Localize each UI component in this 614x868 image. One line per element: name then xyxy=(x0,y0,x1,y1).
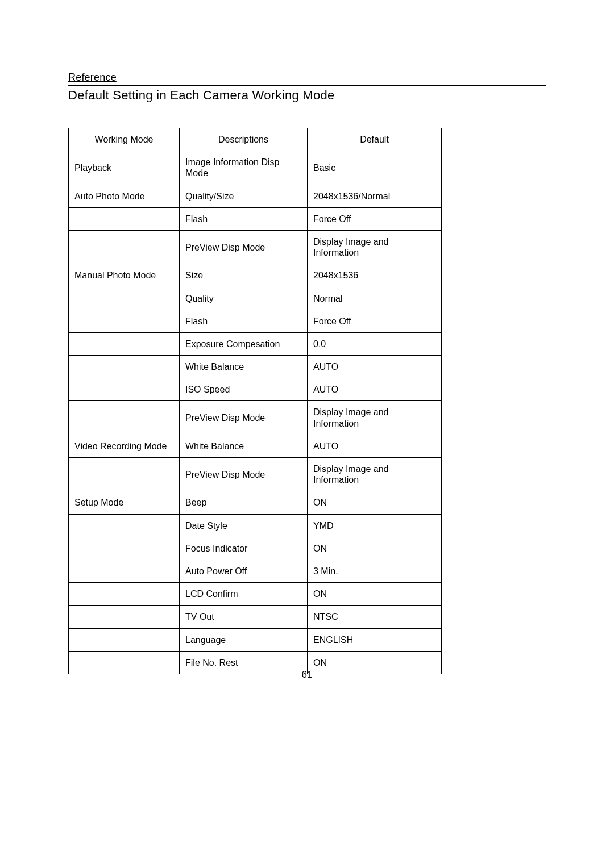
table-row: Exposure Compesation0.0 xyxy=(69,332,442,355)
cell-description: Auto Power Off xyxy=(180,560,308,582)
table-row: LanguageENGLISH xyxy=(69,628,442,651)
table-row: FlashForce Off xyxy=(69,207,442,230)
table-row: TV OutNTSC xyxy=(69,606,442,628)
cell-default: Display Image and Information xyxy=(308,230,442,264)
header-default: Default xyxy=(308,128,442,151)
table-row: Video Recording ModeWhite BalanceAUTO xyxy=(69,435,442,457)
table-row: White BalanceAUTO xyxy=(69,356,442,378)
table-row: Focus IndicatorON xyxy=(69,537,442,560)
cell-working-mode xyxy=(69,583,180,606)
table-row: Manual Photo ModeSize2048x1536 xyxy=(69,264,442,287)
table-row: PreView Disp ModeDisplay Image and Infor… xyxy=(69,230,442,264)
table-row: Auto Photo ModeQuality/Size2048x1536/Nor… xyxy=(69,185,442,207)
cell-description: Beep xyxy=(180,491,308,514)
page-title: Default Setting in Each Camera Working M… xyxy=(68,88,546,103)
cell-default: AUTO xyxy=(308,435,442,457)
header-descriptions: Descriptions xyxy=(180,128,308,151)
section-label: Reference xyxy=(68,72,546,84)
cell-description: PreView Disp Mode xyxy=(180,401,308,435)
cell-description: Language xyxy=(180,628,308,651)
cell-description: Date Style xyxy=(180,514,308,537)
cell-description: Image Information Disp Mode xyxy=(180,151,308,185)
cell-description: Quality/Size xyxy=(180,185,308,207)
cell-description: PreView Disp Mode xyxy=(180,230,308,264)
cell-working-mode xyxy=(69,628,180,651)
cell-description: Size xyxy=(180,264,308,287)
cell-working-mode xyxy=(69,287,180,310)
table-row: PreView Disp ModeDisplay Image and Infor… xyxy=(69,458,442,491)
table-row: PlaybackImage Information Disp ModeBasic xyxy=(69,151,442,185)
cell-description: Flash xyxy=(180,207,308,230)
cell-working-mode xyxy=(69,537,180,560)
cell-working-mode xyxy=(69,310,180,332)
cell-description: Exposure Compesation xyxy=(180,332,308,355)
cell-working-mode xyxy=(69,458,180,491)
settings-table: Working Mode Descriptions Default Playba… xyxy=(68,128,442,674)
cell-default: 3 Min. xyxy=(308,560,442,582)
cell-description: White Balance xyxy=(180,356,308,378)
page-number: 61 xyxy=(0,669,614,681)
cell-default: YMD xyxy=(308,514,442,537)
cell-default: AUTO xyxy=(308,378,442,401)
table-row: LCD ConfirmON xyxy=(69,583,442,606)
cell-default: 0.0 xyxy=(308,332,442,355)
cell-default: ENGLISH xyxy=(308,628,442,651)
cell-working-mode: Playback xyxy=(69,151,180,185)
cell-working-mode xyxy=(69,606,180,628)
cell-working-mode xyxy=(69,207,180,230)
cell-description: TV Out xyxy=(180,606,308,628)
cell-working-mode: Auto Photo Mode xyxy=(69,185,180,207)
cell-description: ISO Speed xyxy=(180,378,308,401)
cell-description: Focus Indicator xyxy=(180,537,308,560)
cell-default: Display Image and Information xyxy=(308,401,442,435)
table-row: PreView Disp ModeDisplay Image and Infor… xyxy=(69,401,442,435)
cell-working-mode xyxy=(69,230,180,264)
table-row: Date StyleYMD xyxy=(69,514,442,537)
cell-description: PreView Disp Mode xyxy=(180,458,308,491)
table-row: Setup ModeBeepON xyxy=(69,491,442,514)
cell-default: Display Image and Information xyxy=(308,458,442,491)
table-row: FlashForce Off xyxy=(69,310,442,332)
cell-working-mode: Video Recording Mode xyxy=(69,435,180,457)
cell-default: 2048x1536 xyxy=(308,264,442,287)
cell-working-mode xyxy=(69,560,180,582)
cell-default: ON xyxy=(308,537,442,560)
cell-working-mode: Manual Photo Mode xyxy=(69,264,180,287)
cell-default: Force Off xyxy=(308,207,442,230)
table-header-row: Working Mode Descriptions Default xyxy=(69,128,442,151)
cell-default: AUTO xyxy=(308,356,442,378)
cell-working-mode xyxy=(69,378,180,401)
cell-description: LCD Confirm xyxy=(180,583,308,606)
cell-description: White Balance xyxy=(180,435,308,457)
cell-working-mode xyxy=(69,356,180,378)
table-row: ISO SpeedAUTO xyxy=(69,378,442,401)
cell-default: Basic xyxy=(308,151,442,185)
cell-working-mode xyxy=(69,332,180,355)
horizontal-rule xyxy=(68,85,546,86)
cell-working-mode xyxy=(69,514,180,537)
cell-description: Quality xyxy=(180,287,308,310)
table-row: Auto Power Off3 Min. xyxy=(69,560,442,582)
cell-default: Force Off xyxy=(308,310,442,332)
cell-default: 2048x1536/Normal xyxy=(308,185,442,207)
page: Reference Default Setting in Each Camera… xyxy=(0,0,614,868)
cell-default: NTSC xyxy=(308,606,442,628)
cell-default: ON xyxy=(308,583,442,606)
cell-description: Flash xyxy=(180,310,308,332)
cell-default: ON xyxy=(308,491,442,514)
cell-working-mode xyxy=(69,401,180,435)
cell-working-mode: Setup Mode xyxy=(69,491,180,514)
table-row: QualityNormal xyxy=(69,287,442,310)
header-working-mode: Working Mode xyxy=(69,128,180,151)
cell-default: Normal xyxy=(308,287,442,310)
